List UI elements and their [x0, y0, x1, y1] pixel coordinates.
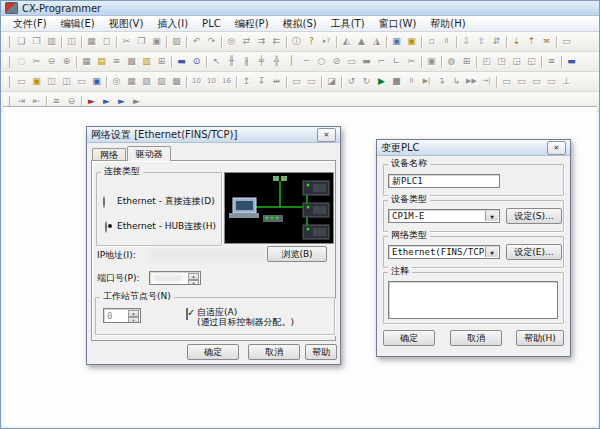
new-or-contact-button[interactable]: ╪: [254, 54, 269, 70]
auto-adapt-checkbox[interactable]: ✓: [186, 308, 188, 320]
ok-button[interactable]: 确定: [187, 344, 239, 360]
show-dialog-window-button[interactable]: ▭: [14, 74, 29, 90]
show-properties-button[interactable]: ▣: [89, 74, 104, 90]
spin-down-icon[interactable]: ▾: [188, 280, 199, 285]
paste-button[interactable]: ▣: [149, 34, 164, 50]
io-table-button[interactable]: ▭: [559, 34, 574, 50]
device-name-input[interactable]: 新PLC1: [388, 174, 500, 188]
hex-display-button[interactable]: 16: [219, 74, 234, 90]
title-bar[interactable]: CX-Programmer: [1, 1, 599, 16]
new-contact-button[interactable]: ╫: [224, 54, 239, 70]
search-forward-button[interactable]: ⇉: [254, 34, 269, 50]
partial-transfer-button[interactable]: ⇣: [509, 34, 524, 50]
work-online-simulator-button[interactable]: ▣: [404, 34, 419, 50]
browse-symbols-button[interactable]: ◍: [444, 54, 459, 70]
node-number-spinner[interactable]: ▴ ▾: [128, 310, 139, 321]
new-closed-contact-button[interactable]: ∦: [239, 54, 254, 70]
spin-up-icon[interactable]: ▴: [128, 310, 139, 317]
differential-monitor-1-button[interactable]: ▭: [289, 74, 304, 90]
transfer-to-plc-button[interactable]: ⇩: [459, 34, 474, 50]
simulator-stop-button[interactable]: ■: [389, 74, 404, 90]
online-compare-button[interactable]: ◪: [324, 74, 339, 90]
monitor-window-button[interactable]: ▬: [564, 54, 579, 70]
simulator-run-to-end-button[interactable]: →|: [479, 74, 494, 90]
float-window-button[interactable]: ▭: [74, 74, 89, 90]
window-frame-5-button[interactable]: ⊥: [559, 74, 574, 90]
menu-item-view[interactable]: 视图(V): [102, 17, 151, 31]
view-diagram-button[interactable]: ▣: [29, 74, 44, 90]
toolbar-grip[interactable]: [5, 76, 10, 88]
window-frame-1-button[interactable]: ▭: [499, 74, 514, 90]
comment-right-button[interactable]: ◱: [524, 54, 539, 70]
help-topics-button[interactable]: ?: [304, 34, 319, 50]
comment-left-button[interactable]: ◲: [509, 54, 524, 70]
simulator-run-button[interactable]: ▶: [374, 74, 389, 90]
monitor-sheet-button[interactable]: ▧: [139, 74, 154, 90]
cut-button[interactable]: ✂: [119, 34, 134, 50]
block-program-start-button[interactable]: ∟: [389, 54, 404, 70]
device-type-settings-button[interactable]: 设定(S)...: [506, 208, 562, 224]
menu-item-plc[interactable]: PLC: [195, 18, 228, 29]
network-type-settings-button[interactable]: 设定(E)...: [506, 244, 562, 260]
force-off-button[interactable]: ↧: [254, 74, 269, 90]
zoom-in-button[interactable]: ⊕: [59, 54, 74, 70]
help-button[interactable]: 帮助(H): [516, 330, 564, 346]
new-closed-instruction-button[interactable]: ▬: [359, 54, 374, 70]
device-type-dropdown[interactable]: CP1M-E ▼: [388, 209, 500, 223]
toolbar-grip[interactable]: [5, 36, 10, 48]
data-trace-button[interactable]: ▬: [174, 54, 189, 70]
menu-item-file[interactable]: 文件(F): [6, 17, 54, 31]
cancel-button[interactable]: 取消: [248, 344, 300, 360]
close-button[interactable]: ✕: [547, 141, 566, 155]
signed-decimal-display-button[interactable]: 10: [204, 74, 219, 90]
node-number-field[interactable]: 0 ▴ ▾: [103, 308, 141, 323]
force-on-button[interactable]: ↥: [239, 74, 254, 90]
spin-down-icon[interactable]: ▾: [128, 317, 139, 323]
cancel-button[interactable]: 取消: [450, 330, 502, 346]
redo-button[interactable]: ↷: [204, 34, 219, 50]
find-button[interactable]: ◎: [224, 34, 239, 50]
timer-counter-button[interactable]: ⊞: [459, 54, 474, 70]
tab-driver[interactable]: 驱动器: [127, 146, 171, 161]
copy-button[interactable]: ❐: [134, 34, 149, 50]
horizontal-line-button[interactable]: ─: [299, 54, 314, 70]
browse-button[interactable]: 浏览(B): [267, 246, 327, 262]
redacted-ip-value[interactable]: [149, 248, 265, 261]
simulator-run-fast-button[interactable]: ▶▶: [464, 74, 479, 90]
help-button[interactable]: 帮助: [305, 344, 337, 360]
dropdown-arrow-icon[interactable]: ▼: [485, 211, 498, 221]
new-coil-button[interactable]: ○: [314, 54, 329, 70]
comment-down-button[interactable]: ◳: [494, 54, 509, 70]
port-spinner[interactable]: ▴ ▾: [188, 273, 199, 283]
window-frame-2-button[interactable]: ▭: [514, 74, 529, 90]
time-chart-monitor-button[interactable]: ⊙: [189, 54, 204, 70]
zoom-region-button[interactable]: ✂: [29, 54, 44, 70]
undo-button[interactable]: ↶: [189, 34, 204, 50]
force-cancel-button[interactable]: ↮: [269, 74, 284, 90]
replace-button[interactable]: ⇄: [239, 34, 254, 50]
menu-item-insert[interactable]: 插入(I): [150, 17, 195, 31]
dropdown-arrow-icon[interactable]: ▼: [485, 247, 498, 257]
compare-with-plc-button[interactable]: ⇵: [489, 34, 504, 50]
about-button[interactable]: ⓘ: [289, 34, 304, 50]
toggle-grid-button[interactable]: ▦: [79, 54, 94, 70]
vertical-line-button[interactable]: │: [284, 54, 299, 70]
menu-item-edit[interactable]: 编辑(E): [54, 17, 102, 31]
save-project-button[interactable]: ▥: [44, 34, 59, 50]
symbols-table-button[interactable]: ▤: [94, 54, 109, 70]
new-instruction-button[interactable]: ▭: [344, 54, 359, 70]
zoom-out-button[interactable]: ⊖: [44, 54, 59, 70]
simulator-connect-button[interactable]: ↻: [359, 74, 374, 90]
ladder-view-button[interactable]: ▥: [139, 54, 154, 70]
context-help-button[interactable]: ▸?: [319, 34, 334, 50]
program-check-button[interactable]: ◮: [369, 34, 384, 50]
comment-up-button[interactable]: ◰: [479, 54, 494, 70]
watch-window-button[interactable]: ◎: [109, 74, 124, 90]
menu-item-simulation[interactable]: 模拟(S): [276, 17, 324, 31]
radio-ethernet-direct[interactable]: [103, 196, 105, 208]
radio-ethernet-hub[interactable]: [105, 221, 107, 233]
simulator-step-run-button[interactable]: ▶|: [419, 74, 434, 90]
simulator-reset-button[interactable]: ↺: [344, 74, 359, 90]
new-or-closed-contact-button[interactable]: ╬: [269, 54, 284, 70]
transfer-from-plc-button[interactable]: ⇧: [474, 34, 489, 50]
